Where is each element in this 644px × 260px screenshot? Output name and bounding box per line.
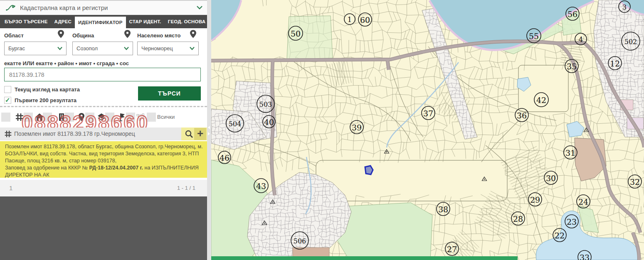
page-number[interactable]: 1 <box>9 184 12 191</box>
oblast-value: Бургас <box>8 45 25 52</box>
map-region-circle[interactable]: 40 <box>263 115 275 128</box>
map-region-number: 29 <box>530 195 540 204</box>
result-order-line: Заповед за одобрение на КККР № РД-18-12/… <box>5 164 204 178</box>
result-detail-line: БОЗАЛЪЧКИ, вид собств. Частна, вид терит… <box>5 150 204 157</box>
result-row[interactable]: Поземлен имот 81178.39.178 гр.Черноморец… <box>0 128 207 140</box>
tab-geod-basis[interactable]: ГЕОД. ОСНОВА <box>165 15 209 28</box>
pagination-row: 1 1 - 1 / 1 <box>0 180 207 196</box>
search-panel: Кадастрална карта и регистри БЪРЗО ТЪРСЕ… <box>0 0 207 260</box>
map-region-number: 504 <box>229 120 242 128</box>
map-region-number: 28 <box>513 214 523 223</box>
map-region-number: 4 <box>579 35 583 44</box>
dashed-divider <box>0 106 207 107</box>
map-region-number: 36 <box>517 111 527 120</box>
map-region-number: 506 <box>294 237 306 245</box>
search-tabs: БЪРЗО ТЪРСЕНЕ АДРЕС ИДЕНТИФИКАТОР СТАР И… <box>0 15 207 28</box>
chevron-down-icon <box>123 46 129 51</box>
naseleno-value: Черноморец <box>141 45 173 52</box>
location-pin-icon[interactable] <box>124 30 131 38</box>
obshtina-select[interactable]: Созопол <box>72 42 133 55</box>
checkbox-current-map-view[interactable] <box>4 86 11 93</box>
search-button[interactable]: ТЪРСИ <box>138 86 201 101</box>
map-region-number: 31 <box>565 148 575 157</box>
map-region-number: 30 <box>546 174 556 183</box>
check-icon: ✓ <box>5 96 10 104</box>
map-region-number: 12 <box>610 59 620 68</box>
expand-arrow-icon[interactable] <box>208 132 210 135</box>
map-region-number: 46 <box>220 153 229 162</box>
map-region-number: 37 <box>423 109 433 118</box>
map-region-number: 23 <box>567 217 577 226</box>
oblast-select[interactable]: Бургас <box>4 42 67 55</box>
map-region-number: 56 <box>568 10 577 19</box>
map-region-number: 502 <box>624 38 637 46</box>
identifier-input-value: 81178.39.178 <box>9 71 44 78</box>
tab-address[interactable]: АДРЕС <box>51 15 75 28</box>
identifier-input[interactable]: 81178.39.178 <box>4 68 201 81</box>
map-region-number: 35 <box>567 62 577 71</box>
location-pin-icon[interactable] <box>190 30 196 38</box>
panel-footer <box>0 196 207 260</box>
checkbox-first-200[interactable]: ✓ <box>4 97 11 104</box>
map-region-number: 3 <box>622 3 627 11</box>
all-types-label[interactable]: Всички <box>157 114 175 120</box>
type-filter-slot[interactable] <box>1 113 10 122</box>
obshtina-value: Созопол <box>76 45 98 52</box>
cadastral-map[interactable]: 5016056355450235124237363950340504463143… <box>211 0 644 260</box>
result-detail-line: Поземлен имот 81178.39.178, област Бурга… <box>5 143 204 150</box>
map-region-circle[interactable]: 46 <box>218 151 231 164</box>
panel-header: Кадастрална карта и регистри <box>0 1 207 15</box>
map-region-number: 32 <box>630 177 640 186</box>
page-title: Кадастрална карта и регистри <box>20 4 108 11</box>
app-logo-icon <box>6 4 17 12</box>
map-region-number: 39 <box>352 123 362 132</box>
map-region-number: 43 <box>256 182 266 191</box>
location-pin-icon[interactable] <box>58 30 64 38</box>
result-detail-line: Пасище, площ 3216 кв. м, стар номер 0391… <box>5 157 204 164</box>
field-label-naseleno: Населено място <box>137 32 180 39</box>
map-region-number: 50 <box>291 29 301 38</box>
add-icon[interactable]: + <box>194 128 206 140</box>
map-region-number: 33 <box>580 253 590 260</box>
chevron-down-icon <box>189 46 195 51</box>
map-region-number: 42 <box>536 96 546 105</box>
checkbox-current-map-view-label: Текущ изглед на картата <box>15 86 80 93</box>
map-region-number: 55 <box>529 32 539 41</box>
chevron-down-icon[interactable] <box>196 5 203 10</box>
result-row-title[interactable]: Поземлен имот 81178.39.178 гр.Черноморец <box>14 130 135 137</box>
checkbox-first-200-label: Първите 200 резултата <box>15 97 76 103</box>
map-region-number: 38 <box>438 205 448 214</box>
result-detail[interactable]: Поземлен имот 81178.39.178, област Бурга… <box>0 141 207 178</box>
map-region-number: 22 <box>555 231 565 240</box>
collapse-arrow-icon[interactable] <box>208 126 210 129</box>
naseleno-select[interactable]: Черноморец <box>137 42 199 55</box>
result-order-number: РД-18-12/24.04.2007 г. <box>89 165 143 171</box>
map-region-number: 40 <box>264 118 274 127</box>
map-region-number: 24 <box>578 197 588 206</box>
field-label-oblast: Област <box>4 32 24 39</box>
panel-resize-handle[interactable] <box>207 0 211 260</box>
tab-quick-search[interactable]: БЪРЗО ТЪРСЕНЕ <box>1 15 51 28</box>
ekatte-label: екатте ИЛИ екатте • район • имот • сград… <box>4 60 129 66</box>
field-label-obshtina: Община <box>72 32 94 39</box>
tab-old-ident[interactable]: СТАР ИДЕНТ. <box>126 15 165 28</box>
tab-identifier[interactable]: ИДЕНТИФИКАТОР <box>75 17 126 28</box>
map-region-number: 60 <box>360 15 370 25</box>
chevron-down-icon <box>57 46 63 51</box>
search-icon[interactable] <box>185 130 193 138</box>
map-region-number: 27 <box>447 245 457 254</box>
map-region-number: 1 <box>348 15 352 24</box>
parcel-grid-icon <box>4 130 12 138</box>
map-region-number: 503 <box>259 101 272 108</box>
page-range: 1 - 1 / 1 <box>177 185 195 191</box>
